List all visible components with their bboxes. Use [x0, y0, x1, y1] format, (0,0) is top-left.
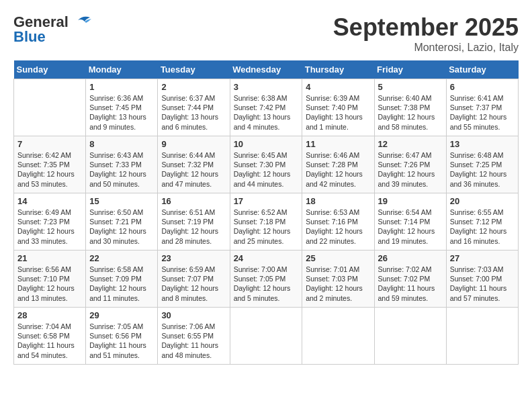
day-info: Sunrise: 6:54 AM Sunset: 7:14 PM Dayligh…	[378, 208, 443, 246]
calendar-week-row: 7Sunrise: 6:42 AM Sunset: 7:35 PM Daylig…	[14, 136, 519, 193]
day-info: Sunrise: 6:44 AM Sunset: 7:32 PM Dayligh…	[161, 150, 226, 189]
calendar-week-row: 21Sunrise: 6:56 AM Sunset: 7:10 PM Dayli…	[14, 250, 519, 308]
day-info: Sunrise: 7:06 AM Sunset: 6:55 PM Dayligh…	[161, 322, 226, 360]
day-info: Sunrise: 6:53 AM Sunset: 7:16 PM Dayligh…	[306, 208, 370, 246]
day-number: 23	[161, 253, 226, 263]
day-info: Sunrise: 7:04 AM Sunset: 6:58 PM Dayligh…	[17, 322, 82, 360]
day-number: 13	[450, 139, 515, 149]
day-info: Sunrise: 6:47 AM Sunset: 7:26 PM Dayligh…	[378, 150, 443, 189]
day-info: Sunrise: 6:39 AM Sunset: 7:40 PM Dayligh…	[306, 93, 370, 132]
day-number: 28	[17, 310, 82, 320]
day-number: 10	[234, 139, 299, 149]
calendar-cell	[14, 79, 86, 136]
calendar-cell	[374, 308, 446, 365]
month-title: September 2025	[333, 13, 519, 42]
day-number: 16	[161, 196, 226, 206]
day-number: 25	[306, 253, 370, 263]
day-info: Sunrise: 6:46 AM Sunset: 7:28 PM Dayligh…	[306, 150, 370, 189]
day-info: Sunrise: 7:05 AM Sunset: 6:56 PM Dayligh…	[89, 322, 154, 360]
day-number: 4	[306, 82, 370, 92]
calendar-cell: 10Sunrise: 6:45 AM Sunset: 7:30 PM Dayli…	[230, 136, 302, 193]
day-number: 15	[89, 196, 154, 206]
calendar-cell: 6Sunrise: 6:41 AM Sunset: 7:37 PM Daylig…	[446, 79, 518, 136]
logo-blue: Blue	[13, 28, 46, 46]
calendar-cell: 22Sunrise: 6:58 AM Sunset: 7:09 PM Dayli…	[86, 250, 158, 308]
calendar-week-row: 14Sunrise: 6:49 AM Sunset: 7:23 PM Dayli…	[14, 193, 519, 250]
day-info: Sunrise: 6:41 AM Sunset: 7:37 PM Dayligh…	[450, 93, 515, 132]
day-info: Sunrise: 6:58 AM Sunset: 7:09 PM Dayligh…	[89, 265, 154, 303]
header-wednesday: Wednesday	[230, 60, 302, 79]
header-saturday: Saturday	[446, 60, 518, 79]
calendar-table: SundayMondayTuesdayWednesdayThursdayFrid…	[13, 60, 519, 365]
day-info: Sunrise: 6:45 AM Sunset: 7:30 PM Dayligh…	[234, 150, 299, 189]
title-area: September 2025 Monterosi, Lazio, Italy	[333, 13, 519, 54]
calendar-cell: 25Sunrise: 7:01 AM Sunset: 7:03 PM Dayli…	[302, 250, 374, 308]
day-number: 5	[378, 82, 443, 92]
calendar-cell: 13Sunrise: 6:48 AM Sunset: 7:25 PM Dayli…	[446, 136, 518, 193]
day-number: 11	[306, 139, 370, 149]
day-number: 17	[234, 196, 299, 206]
header-sunday: Sunday	[14, 60, 86, 79]
logo-bird-icon	[71, 15, 93, 30]
day-info: Sunrise: 7:00 AM Sunset: 7:05 PM Dayligh…	[234, 265, 299, 303]
day-number: 14	[17, 196, 82, 206]
day-info: Sunrise: 6:43 AM Sunset: 7:33 PM Dayligh…	[89, 150, 154, 189]
calendar-cell: 30Sunrise: 7:06 AM Sunset: 6:55 PM Dayli…	[158, 308, 230, 365]
calendar-header-row: SundayMondayTuesdayWednesdayThursdayFrid…	[14, 60, 519, 79]
calendar-cell: 12Sunrise: 6:47 AM Sunset: 7:26 PM Dayli…	[374, 136, 446, 193]
day-number: 18	[306, 196, 370, 206]
logo: General Blue	[13, 13, 93, 46]
calendar-cell: 18Sunrise: 6:53 AM Sunset: 7:16 PM Dayli…	[302, 193, 374, 250]
day-number: 19	[378, 196, 443, 206]
calendar-cell: 11Sunrise: 6:46 AM Sunset: 7:28 PM Dayli…	[302, 136, 374, 193]
day-number: 1	[89, 82, 154, 92]
page-header: General Blue September 2025 Monterosi, L…	[13, 13, 519, 54]
day-number: 3	[234, 82, 299, 92]
header-thursday: Thursday	[302, 60, 374, 79]
day-info: Sunrise: 7:03 AM Sunset: 7:00 PM Dayligh…	[450, 265, 515, 303]
calendar-cell: 7Sunrise: 6:42 AM Sunset: 7:35 PM Daylig…	[14, 136, 86, 193]
day-info: Sunrise: 6:59 AM Sunset: 7:07 PM Dayligh…	[161, 265, 226, 303]
day-info: Sunrise: 6:52 AM Sunset: 7:18 PM Dayligh…	[234, 208, 299, 246]
day-info: Sunrise: 7:01 AM Sunset: 7:03 PM Dayligh…	[306, 265, 370, 303]
day-info: Sunrise: 6:37 AM Sunset: 7:44 PM Dayligh…	[161, 93, 226, 132]
calendar-cell: 19Sunrise: 6:54 AM Sunset: 7:14 PM Dayli…	[374, 193, 446, 250]
calendar-cell: 21Sunrise: 6:56 AM Sunset: 7:10 PM Dayli…	[14, 250, 86, 308]
calendar-cell: 20Sunrise: 6:55 AM Sunset: 7:12 PM Dayli…	[446, 193, 518, 250]
calendar-cell: 23Sunrise: 6:59 AM Sunset: 7:07 PM Dayli…	[158, 250, 230, 308]
day-info: Sunrise: 6:56 AM Sunset: 7:10 PM Dayligh…	[17, 265, 82, 303]
day-number: 30	[161, 310, 226, 320]
day-number: 22	[89, 253, 154, 263]
day-number: 24	[234, 253, 299, 263]
day-info: Sunrise: 6:36 AM Sunset: 7:45 PM Dayligh…	[89, 93, 154, 132]
day-number: 26	[378, 253, 443, 263]
day-number: 12	[378, 139, 443, 149]
day-info: Sunrise: 7:02 AM Sunset: 7:02 PM Dayligh…	[378, 265, 443, 303]
day-info: Sunrise: 6:50 AM Sunset: 7:21 PM Dayligh…	[89, 208, 154, 246]
day-number: 27	[450, 253, 515, 263]
day-info: Sunrise: 6:40 AM Sunset: 7:38 PM Dayligh…	[378, 93, 443, 132]
day-info: Sunrise: 6:38 AM Sunset: 7:42 PM Dayligh…	[234, 93, 299, 132]
day-info: Sunrise: 6:42 AM Sunset: 7:35 PM Dayligh…	[17, 150, 82, 189]
calendar-cell: 5Sunrise: 6:40 AM Sunset: 7:38 PM Daylig…	[374, 79, 446, 136]
calendar-week-row: 1Sunrise: 6:36 AM Sunset: 7:45 PM Daylig…	[14, 79, 519, 136]
calendar-cell: 4Sunrise: 6:39 AM Sunset: 7:40 PM Daylig…	[302, 79, 374, 136]
day-number: 9	[161, 139, 226, 149]
calendar-cell: 24Sunrise: 7:00 AM Sunset: 7:05 PM Dayli…	[230, 250, 302, 308]
calendar-cell: 29Sunrise: 7:05 AM Sunset: 6:56 PM Dayli…	[86, 308, 158, 365]
calendar-cell: 27Sunrise: 7:03 AM Sunset: 7:00 PM Dayli…	[446, 250, 518, 308]
day-info: Sunrise: 6:51 AM Sunset: 7:19 PM Dayligh…	[161, 208, 226, 246]
header-friday: Friday	[374, 60, 446, 79]
header-tuesday: Tuesday	[158, 60, 230, 79]
day-info: Sunrise: 6:48 AM Sunset: 7:25 PM Dayligh…	[450, 150, 515, 189]
calendar-cell	[302, 308, 374, 365]
day-info: Sunrise: 6:49 AM Sunset: 7:23 PM Dayligh…	[17, 208, 82, 246]
calendar-cell: 2Sunrise: 6:37 AM Sunset: 7:44 PM Daylig…	[158, 79, 230, 136]
day-number: 2	[161, 82, 226, 92]
header-monday: Monday	[86, 60, 158, 79]
day-number: 8	[89, 139, 154, 149]
calendar-cell: 9Sunrise: 6:44 AM Sunset: 7:32 PM Daylig…	[158, 136, 230, 193]
calendar-cell: 16Sunrise: 6:51 AM Sunset: 7:19 PM Dayli…	[158, 193, 230, 250]
calendar-cell: 1Sunrise: 6:36 AM Sunset: 7:45 PM Daylig…	[86, 79, 158, 136]
calendar-cell: 26Sunrise: 7:02 AM Sunset: 7:02 PM Dayli…	[374, 250, 446, 308]
